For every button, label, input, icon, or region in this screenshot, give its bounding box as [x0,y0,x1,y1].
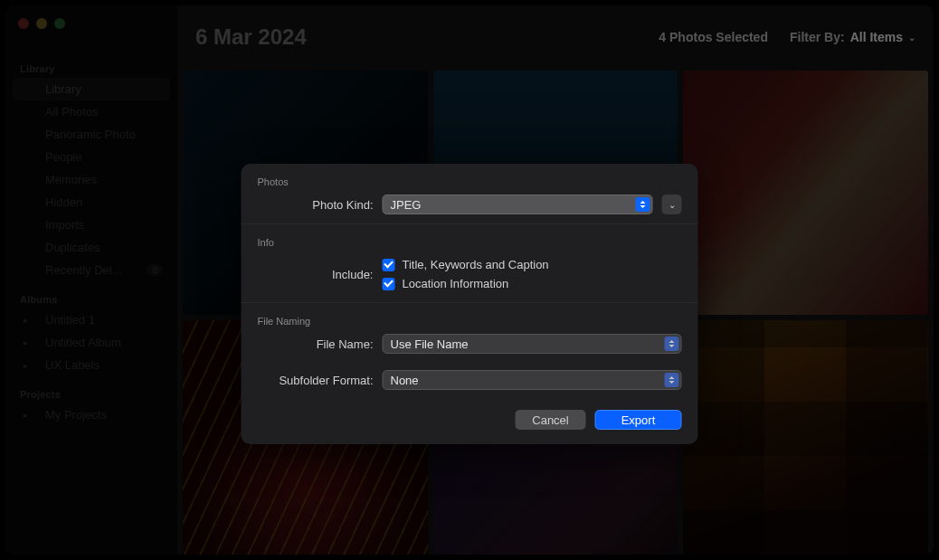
subfolder-label: Subfolder Format: [258,374,374,387]
cancel-button[interactable]: Cancel [516,410,586,430]
file-name-dropdown[interactable]: Use File Name [383,334,682,354]
include-location-label: Location Information [403,277,509,290]
export-button[interactable]: Export [595,410,682,430]
chevron-down-icon: ⌄ [669,200,676,210]
updown-icon [665,373,679,387]
section-photos-label: Photos [242,164,698,191]
photo-kind-dropdown[interactable]: JPEG [383,195,653,214]
expand-options-button[interactable]: ⌄ [662,195,682,214]
subfolder-dropdown[interactable]: None [383,370,682,390]
updown-icon [665,337,679,351]
export-sheet: Photos Photo Kind: JPEG ⌄ Info Include: … [242,164,698,444]
file-name-value: Use File Name [391,337,469,351]
updown-icon [636,197,650,212]
photo-kind-label: Photo Kind: [258,198,374,212]
photo-kind-value: JPEG [391,198,422,212]
app-window: Library Library All Photos Panoramic Pho… [5,5,934,555]
include-title-label: Title, Keywords and Caption [403,258,549,271]
include-location-checkbox[interactable] [383,278,395,290]
section-info-label: Info [242,224,698,252]
include-title-checkbox[interactable] [383,259,395,271]
include-label: Include: [258,268,374,281]
file-name-label: File Name: [258,337,374,351]
subfolder-value: None [391,374,419,387]
section-filenaming-label: File Naming [242,303,698,330]
